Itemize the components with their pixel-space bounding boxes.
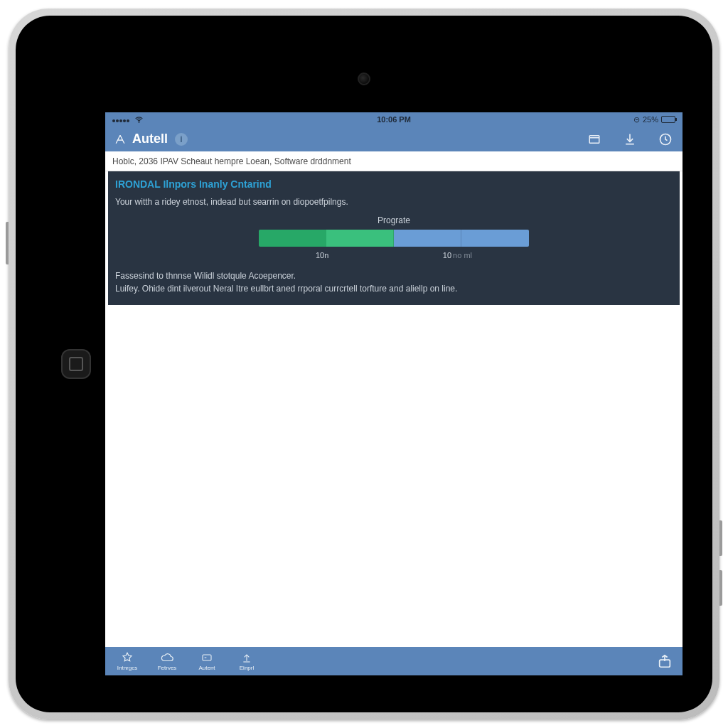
front-camera (358, 73, 370, 85)
wifi-icon (134, 115, 144, 124)
upload-icon (241, 651, 252, 664)
cloud-icon (160, 651, 174, 664)
progress-tick-left: 10n (316, 251, 328, 259)
content-area (105, 305, 682, 647)
tablet-frame: 10:06 PM ⊝ 25% (9, 9, 719, 719)
progress-seg-3 (394, 230, 461, 247)
breadcrumb: Hoblc, 2036 IPAV Scheaut hempre Loean, S… (105, 151, 682, 171)
progress-ticks: 10n 10no ml (259, 251, 529, 259)
device-side-button (719, 520, 722, 556)
download-icon[interactable] (623, 132, 637, 146)
screen: 10:06 PM ⊝ 25% (105, 112, 682, 675)
tab-label: Intnrgcs (117, 665, 137, 671)
status-time: 10:06 PM (377, 115, 411, 124)
app-header: Autell i (105, 127, 682, 151)
svg-point-0 (139, 122, 139, 122)
status-bar: 10:06 PM ⊝ 25% (105, 112, 682, 127)
panel-title: IRONDAL Ilnpors Inanly Cntarind (115, 178, 673, 190)
tab-label: Fetrves (158, 665, 177, 671)
panel-footer: Fassesind to thnnse Wilidl stotqule Acoe… (115, 269, 673, 295)
tablet-bezel-outer: 10:06 PM ⊝ 25% (16, 16, 712, 712)
share-icon[interactable] (657, 653, 673, 669)
tab-label: Einprl (240, 665, 254, 671)
device-side-button (719, 570, 722, 606)
battery-label: 25% (643, 115, 658, 124)
progress-seg-2 (326, 230, 394, 247)
tab-export[interactable]: Einprl (235, 651, 259, 671)
panel-footer-line1: Fassesind to thnnse Wilidl stotqule Acoe… (115, 269, 673, 282)
signal-dots-icon (112, 115, 130, 124)
panel-footer-line2: Luifey. Ohide dint ilverout Neral Itre e… (115, 282, 673, 295)
device-side-button (6, 222, 9, 264)
progress-bar (259, 230, 529, 247)
svg-rect-3 (203, 655, 211, 660)
window-icon[interactable] (587, 133, 601, 146)
brand-title: Autell (132, 132, 168, 146)
progress-seg-1 (259, 230, 326, 247)
tab-label: Autent (198, 665, 215, 671)
progress-tick-right: 10 (443, 251, 451, 259)
clock-icon[interactable] (658, 132, 673, 146)
download-panel: IRONDAL Ilnpors Inanly Cntarind Your wit… (108, 171, 680, 305)
svg-rect-1 (589, 135, 599, 143)
tab-features[interactable]: Fetrves (155, 651, 179, 671)
info-icon[interactable]: i (175, 133, 188, 146)
progress-seg-4 (461, 230, 529, 247)
portrait-lock-icon: ⊝ (633, 115, 640, 124)
home-button[interactable] (61, 349, 91, 379)
tab-integrations[interactable]: Intnrgcs (115, 651, 139, 671)
battery-icon (661, 116, 675, 123)
tablet-bezel: 10:06 PM ⊝ 25% (28, 28, 700, 700)
tab-account[interactable]: Autent (195, 651, 219, 671)
panel-subtitle: Your witth a ridey etnost, indead but se… (115, 197, 673, 207)
star-icon (121, 651, 134, 664)
tab-bar: Intnrgcs Fetrves (105, 647, 682, 675)
breadcrumb-text: Hoblc, 2036 IPAV Scheaut hempre Loean, S… (112, 156, 351, 166)
brand-logo-icon (115, 134, 125, 144)
progress-tick-right-sub: no ml (453, 251, 472, 259)
card-icon (200, 651, 214, 664)
progress-label: Prograte (115, 215, 673, 225)
progress-section: Prograte 10n 10no ml (115, 215, 673, 259)
